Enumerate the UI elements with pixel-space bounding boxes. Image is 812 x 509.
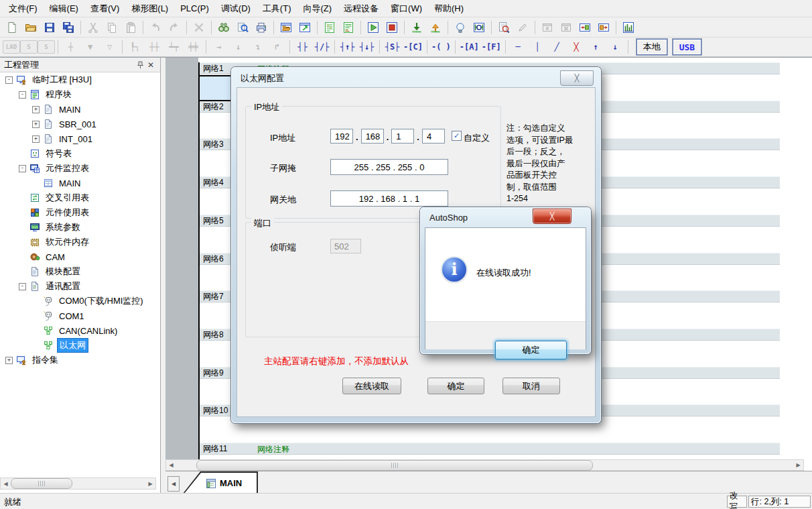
tree-item-sbr_001[interactable]: +SBR_001	[0, 117, 160, 131]
expand-icon[interactable]: +	[5, 357, 13, 364]
expand-icon[interactable]: +	[32, 135, 40, 143]
menu-item[interactable]: 工具(T)	[257, 1, 297, 17]
tree-item-com1[interactable]: COM1	[0, 308, 160, 323]
app-instr-a-button[interactable]: -[A]	[458, 40, 480, 54]
contact-no-button[interactable]: ┤├	[293, 40, 312, 54]
tree-item--[interactable]: -通讯配置	[0, 279, 160, 294]
menu-item[interactable]: PLC(P)	[174, 1, 215, 15]
tree-item--[interactable]: 系统参数	[0, 220, 160, 235]
line-right-button[interactable]: →	[209, 40, 228, 54]
scroll-right-icon[interactable]: ▶	[793, 460, 803, 471]
print-icon[interactable]	[252, 19, 271, 36]
online-read-button[interactable]: 在线读取	[342, 378, 401, 394]
cancel-button[interactable]: 取消	[502, 378, 560, 394]
delete-line-button[interactable]: ╱	[547, 40, 567, 54]
tree-item-can-canlink-[interactable]: CAN(CANLink)	[0, 323, 160, 338]
tree-item-cam[interactable]: CAM	[0, 249, 160, 264]
new-file-icon[interactable]	[3, 19, 21, 36]
run-icon[interactable]	[364, 19, 383, 36]
insert-row-button[interactable]: ▼	[80, 40, 100, 54]
scroll-thumb[interactable]	[196, 460, 593, 471]
instruction-list-icon[interactable]	[320, 19, 339, 36]
menu-item[interactable]: 窗口(W)	[385, 1, 428, 17]
insert-before-icon[interactable]	[576, 19, 594, 36]
menu-item[interactable]: 帮助(H)	[428, 1, 470, 17]
insert-after-icon[interactable]	[594, 19, 613, 36]
delete-row-button[interactable]: ▽	[100, 40, 119, 54]
tab-main[interactable]: MAIN	[183, 471, 258, 494]
ip-octet-field[interactable]: 4	[422, 129, 445, 144]
close-panel-icon[interactable]: ✕	[145, 60, 156, 70]
tree-item--[interactable]: 模块配置	[0, 264, 160, 279]
branch-join-button[interactable]: ┼┼	[145, 40, 164, 54]
save-icon[interactable]	[40, 19, 59, 36]
tree-item--[interactable]: 符号表	[0, 146, 160, 161]
expand-icon[interactable]: +	[32, 121, 40, 128]
messagebox-ok-button[interactable]: 确定	[495, 341, 567, 359]
tree-item--[interactable]: 元件使用表	[0, 205, 160, 220]
project-tree-hscrollbar[interactable]: ◀ ▶	[0, 477, 156, 490]
menu-item[interactable]: 查看(V)	[84, 1, 125, 17]
scroll-right-icon[interactable]: ▶	[145, 478, 155, 489]
line-down-button[interactable]: ↓	[228, 40, 248, 54]
editor-hscrollbar[interactable]: ◀ ▶	[165, 459, 804, 471]
branch-up-button[interactable]: ┷┯	[164, 40, 184, 54]
scroll-thumb[interactable]	[11, 478, 72, 489]
line-corner-up-button[interactable]: ↱	[267, 40, 287, 54]
scroll-left-icon[interactable]: ◀	[166, 460, 176, 471]
tree-item-main[interactable]: +MAIN	[0, 102, 160, 117]
local-port-button[interactable]: 本地	[636, 39, 667, 55]
coil-counter-button[interactable]: -[C]	[402, 40, 424, 54]
menu-item[interactable]: 文件(F)	[3, 1, 44, 17]
tree-item--h3u-[interactable]: -临时工程 [H3U]	[0, 72, 160, 87]
ip-octet-field[interactable]: 192	[330, 129, 353, 144]
tree-item-main[interactable]: MAIN	[0, 176, 160, 190]
output-window-icon[interactable]	[295, 19, 314, 36]
collapse-icon[interactable]: -	[19, 91, 26, 99]
app-instr-f-button[interactable]: -[F]	[480, 40, 502, 54]
subnet-field[interactable]: 255 . 255 . 255 . 0	[330, 159, 448, 175]
ladder-monitor-icon[interactable]	[470, 19, 488, 36]
menu-item[interactable]: 远程设备	[338, 1, 385, 17]
tree-item--[interactable]: 以太网	[0, 338, 160, 353]
open-project-icon[interactable]	[21, 19, 40, 36]
scroll-left-icon[interactable]: ◀	[1, 478, 11, 489]
compile-icon[interactable]	[494, 19, 513, 36]
collapse-icon[interactable]: -	[19, 283, 26, 290]
collapse-icon[interactable]: -	[5, 76, 13, 84]
trace-chart-icon[interactable]	[619, 19, 638, 36]
contact-rising-button[interactable]: ┤↑├	[338, 40, 357, 54]
delete-lines-button[interactable]: ╳	[567, 40, 586, 54]
menu-item[interactable]: 编辑(E)	[44, 1, 84, 17]
coil-out-button[interactable]: -( )	[430, 40, 452, 54]
contact-set-button[interactable]: ┤S├	[383, 40, 402, 54]
tree-item--[interactable]: -程序块	[0, 87, 160, 102]
tab-scroll-left-button[interactable]: ◀	[167, 476, 180, 492]
insert-cell-button[interactable]: ┼	[61, 40, 80, 54]
hline-button[interactable]: ─	[509, 40, 528, 54]
upload-icon[interactable]	[426, 19, 445, 36]
branch-start-button[interactable]: ┞┐	[125, 40, 145, 54]
usb-port-button[interactable]: USB	[673, 39, 701, 55]
ip-octet-field[interactable]: 1	[391, 129, 414, 144]
gateway-field[interactable]: 192 . 168 . 1 . 1	[330, 190, 448, 207]
ok-button[interactable]: 确定	[427, 378, 484, 394]
dialog-close-button[interactable]: ╳	[560, 70, 594, 86]
custom-checkbox[interactable]: ✓	[452, 131, 462, 141]
move-up-button[interactable]: ↑	[586, 40, 606, 54]
tree-item--[interactable]: -元件监控表	[0, 161, 160, 176]
expand-icon[interactable]: +	[32, 106, 40, 113]
find-in-project-icon[interactable]	[233, 19, 252, 36]
menu-item[interactable]: 调试(D)	[215, 1, 257, 17]
move-down-button[interactable]: ↓	[606, 40, 625, 54]
vline-button[interactable]: │	[528, 40, 547, 54]
save-all-icon[interactable]	[59, 19, 78, 36]
line-corner-down-button[interactable]: ↴	[248, 40, 267, 54]
collapse-icon[interactable]: -	[19, 165, 26, 172]
tree-item--[interactable]: +指令集	[0, 353, 160, 367]
tree-item--[interactable]: 软元件内存	[0, 235, 160, 249]
ip-octet-field[interactable]: 168	[361, 129, 384, 144]
pin-icon[interactable]	[135, 60, 145, 70]
stop-icon[interactable]	[383, 19, 401, 36]
contact-nc-button[interactable]: ┤/├	[312, 40, 332, 54]
